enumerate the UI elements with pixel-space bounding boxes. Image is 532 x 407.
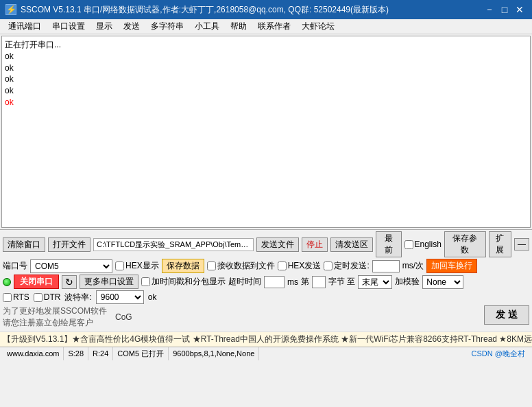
english-checkbox-label: English [404, 240, 442, 249]
promo-line2: 请您注册嘉立创绘尾客户 [3, 317, 107, 329]
menu-serial-settings[interactable]: 串口设置 [47, 19, 90, 34]
app-icon: ⚡ [5, 4, 16, 15]
expand-button[interactable]: 扩展 [489, 231, 511, 257]
page-input[interactable]: 1 [312, 276, 326, 288]
hex-send-label: HEX发送 [278, 260, 322, 272]
file-path-display: C:\TFTLCD显示实验_SRAM_APP\Obj\Template.bin [93, 238, 254, 251]
english-checkbox[interactable] [404, 240, 413, 249]
recv-file-checkbox[interactable] [207, 261, 216, 270]
hex-send-checkbox[interactable] [278, 261, 287, 270]
main-area: 正在打开串口... ok ok ok ok ok 清除窗口 打开文件 C:\TF… [0, 34, 532, 407]
toolbar-row3: 关闭串口 ↻ 更多串口设置 加时间戳和分包显示 超时时间 20 ms 第 1 字… [3, 275, 529, 289]
baud-label: 波特率: [64, 292, 91, 303]
minimize-button[interactable]: － [483, 3, 496, 16]
timed-send-label: 定时发送: [324, 260, 369, 272]
serial-output[interactable]: 正在打开串口... ok ok ok ok ok [1, 36, 531, 228]
output-line: 正在打开串口... [5, 39, 527, 51]
recv-file-text: 接收数据到文件 [217, 260, 275, 272]
time-input[interactable]: 100 [372, 260, 400, 272]
output-line: ok [5, 62, 527, 74]
news-bar: 【升级到V5.13.1】★含亩高性价比4G模块值得一试 ★RT-Thread中国… [0, 332, 532, 347]
recv-file-label: 接收数据到文件 [207, 260, 275, 272]
hex-display-checkbox[interactable] [115, 261, 124, 270]
menu-bar: 通讯端口 串口设置 显示 发送 多字符串 小工具 帮助 联系作者 大虾论坛 [0, 19, 532, 34]
save-data-button[interactable]: 保存数据 [162, 259, 204, 273]
ms-label: ms/次 [402, 260, 424, 272]
status-port-status: COM5 已打开 [113, 347, 169, 360]
toolbar-row4: RTS DTR 波特率: 9600 115200 4800 19200 3840… [3, 290, 529, 304]
status-r-count: R:24 [88, 347, 113, 360]
output-line: ok [5, 51, 527, 62]
clear-send-area-button[interactable]: 清发送区 [330, 237, 373, 252]
timeout-unit: ms [287, 277, 298, 287]
timestamp-label: 加时间戳和分包显示 [141, 276, 226, 288]
port-label: 端口号 [3, 260, 27, 272]
open-file-button[interactable]: 打开文件 [48, 237, 90, 252]
timeout-input[interactable]: 20 [264, 276, 285, 288]
menu-tools[interactable]: 小工具 [189, 19, 225, 34]
maximize-button[interactable]: □ [498, 3, 511, 16]
hex-send-text: HEX发送 [288, 260, 322, 272]
timestamp-text: 加时间戳和分包显示 [152, 276, 226, 288]
ok-text: ok [148, 292, 157, 302]
menu-help[interactable]: 帮助 [225, 19, 252, 34]
dtr-checkbox[interactable] [34, 293, 43, 302]
byte-label: 字节 至 [328, 276, 355, 288]
timed-send-text: 定时发送: [334, 260, 369, 272]
rts-text: RTS [13, 292, 29, 302]
cog-text: CoG [115, 312, 132, 322]
send-button[interactable]: 发 送 [484, 305, 529, 325]
dtr-label: DTR [34, 292, 61, 302]
status-baud-info: 9600bps,8,1,None,None [169, 347, 259, 360]
status-s-count: S:28 [64, 347, 88, 360]
send-file-button[interactable]: 发送文件 [256, 237, 299, 252]
menu-contact[interactable]: 联系作者 [252, 19, 296, 34]
toolbar-row2: 端口号 COM5 HEX显示 保存数据 接收数据到文件 HEX发送 定时发送: … [3, 259, 529, 273]
menu-comm-port[interactable]: 通讯端口 [3, 19, 47, 34]
page-label: 第 [301, 276, 309, 288]
baud-select[interactable]: 9600 115200 4800 19200 38400 57600 [96, 290, 144, 304]
menu-multistring[interactable]: 多字符串 [145, 19, 189, 34]
clear-window-button[interactable]: 清除窗口 [3, 237, 45, 252]
status-csdn: CSDN @晚全村 [468, 347, 529, 360]
port-select[interactable]: COM5 [30, 259, 112, 273]
port-status-led [3, 278, 11, 286]
dtr-text: DTR [44, 292, 61, 302]
rts-checkbox[interactable] [3, 293, 12, 302]
more-settings-button[interactable]: 更多串口设置 [80, 275, 138, 289]
output-line-red: ok [5, 97, 527, 108]
toolbar-row1: 清除窗口 打开文件 C:\TFTLCD显示实验_SRAM_APP\Obj\Tem… [3, 231, 529, 257]
close-port-button[interactable]: 关闭串口 [14, 275, 59, 289]
hex-display-text: HEX显示 [125, 260, 159, 272]
menu-send[interactable]: 发送 [118, 19, 145, 34]
add-crlf-button[interactable]: 加回车换行 [426, 259, 477, 273]
promo-line1: 为了更好地发展SSCOM软件 [3, 305, 107, 317]
status-bar: www.daxia.com S:28 R:24 COM5 已打开 9600bps… [0, 347, 532, 360]
close-button[interactable]: ✕ [513, 3, 527, 16]
timed-send-checkbox[interactable] [324, 261, 332, 270]
save-params-button[interactable]: 保存参数 [444, 231, 486, 257]
refresh-button[interactable]: ↻ [62, 275, 77, 289]
menu-display[interactable]: 显示 [90, 19, 118, 34]
hex-display-label: HEX显示 [115, 260, 159, 272]
news-text: 【升级到V5.13.1】★含亩高性价比4G模块值得一试 ★RT-Thread中国… [3, 334, 532, 344]
menu-forum[interactable]: 大虾论坛 [296, 19, 340, 34]
rts-label: RTS [3, 292, 29, 302]
send-area: 为了更好地发展SSCOM软件 请您注册嘉立创绘尾客户 CoG 发 送 [3, 305, 529, 329]
collapse-button[interactable]: — [514, 238, 529, 251]
title-bar: ⚡ SSCOM V5.13.1 串口/网络数据调试器,作者:大虾丁丁,26180… [0, 0, 532, 19]
timeout-label: 超时时间 [228, 276, 261, 288]
title-text: SSCOM V5.13.1 串口/网络数据调试器,作者:大虾丁丁,2618058… [21, 4, 389, 16]
verify-label: 加模验 [395, 276, 420, 288]
end-select[interactable]: 末尾 开头 [358, 275, 392, 289]
output-line: ok [5, 73, 527, 85]
stop-button[interactable]: 停止 [302, 237, 328, 252]
last-button[interactable]: 最前 [376, 231, 401, 257]
output-line: ok [5, 85, 527, 97]
english-label: English [415, 240, 442, 249]
verify-select[interactable]: None CRC16 [422, 275, 463, 289]
timestamp-checkbox[interactable] [141, 277, 150, 286]
bottom-toolbar: 清除窗口 打开文件 C:\TFTLCD显示实验_SRAM_APP\Obj\Tem… [0, 229, 532, 332]
status-website: www.daxia.com [3, 347, 64, 360]
